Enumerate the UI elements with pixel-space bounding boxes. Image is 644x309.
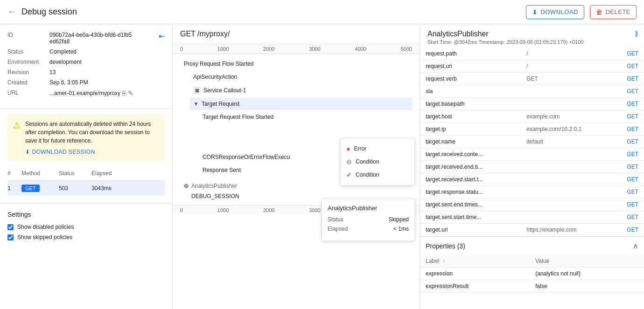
error-icon: ● bbox=[346, 145, 350, 152]
show-skipped-row: Show skipped policies bbox=[7, 234, 165, 240]
right-header: AnalyticsPublisher Start Time: @3042ms T… bbox=[420, 24, 644, 48]
header-actions: ⬇ DOWNLOAD 🗑 DELETE bbox=[526, 5, 637, 19]
analytics-card-title: AnalyticsPublisher bbox=[328, 205, 409, 212]
property-row[interactable]: expression (analytics not null) bbox=[420, 268, 644, 280]
col-elapsed-header: Elapsed bbox=[91, 170, 165, 177]
ruler-marks-top: 0 1000 2000 3000 4000 5000 bbox=[180, 46, 412, 52]
back-icon[interactable]: ← bbox=[7, 7, 16, 17]
error-label: Error bbox=[354, 145, 366, 152]
flow-item-api-security[interactable]: ApiSecurityAction bbox=[189, 71, 412, 83]
variable-row[interactable]: request.verb GET GET bbox=[420, 73, 644, 85]
collapse-icon[interactable]: ⇤ bbox=[159, 32, 165, 41]
analytics-elapsed-row: Elapsed < 1ms bbox=[328, 226, 409, 232]
edit-icon[interactable]: ✎ bbox=[128, 89, 133, 97]
show-skipped-label: Show skipped policies bbox=[17, 234, 72, 240]
properties-table: Label ↑ Value expression (analytics not … bbox=[420, 255, 644, 293]
id-row: ID 090b72a4-be0a-430b-bfd6-d1fb5ed62fa8 … bbox=[7, 32, 165, 45]
popup-condition-minus[interactable]: ⊖ Condition bbox=[341, 155, 414, 168]
created-value: Sep 6, 3:05 PM bbox=[49, 79, 88, 86]
flow-header: GET /myproxy/ bbox=[173, 24, 420, 44]
variable-row[interactable]: target.ip example.com/10.2.0.1 GET bbox=[420, 123, 644, 136]
var-name: target.received.end.ti... bbox=[420, 161, 521, 173]
download-button[interactable]: ⬇ DOWNLOAD bbox=[526, 5, 584, 19]
variable-row[interactable]: target.sent.start.time... GET bbox=[420, 211, 644, 224]
id-value: 090b72a4-be0a-430b-bfd6-d1fb5ed62fa8 bbox=[49, 32, 133, 45]
created-row: Created Sep 6, 3:05 PM bbox=[7, 79, 165, 86]
show-skipped-checkbox[interactable] bbox=[7, 234, 14, 240]
variable-row[interactable]: sla GET bbox=[420, 85, 644, 98]
prop-value: (analytics not null) bbox=[530, 268, 644, 280]
table-row[interactable]: 1 GET 503 3043ms bbox=[7, 181, 165, 195]
flow-item-proxy-request[interactable]: Proxy Request Flow Started bbox=[180, 58, 412, 70]
table-header: # Method Status Elapsed bbox=[7, 166, 165, 181]
revision-row: Revision 13 bbox=[7, 69, 165, 76]
popup-condition-check[interactable]: ✔ Condition bbox=[341, 168, 414, 181]
popup-error[interactable]: ● Error bbox=[341, 142, 414, 155]
analytics-publisher-label: AnalyticsPublisher bbox=[191, 183, 237, 189]
variable-row[interactable]: target.host example.com GET bbox=[420, 110, 644, 123]
var-name: request.uri bbox=[420, 60, 521, 73]
show-disabled-checkbox[interactable] bbox=[7, 224, 14, 230]
property-row[interactable]: expressionResult false bbox=[420, 280, 644, 293]
url-row: URL ...amer-01.example/myproxy ⎘ ✎ bbox=[7, 89, 165, 97]
download-session-link[interactable]: ⬇ DOWNLOAD SESSION bbox=[25, 149, 159, 155]
flow-popup: ● Error ⊖ Condition ✔ Condition bbox=[340, 138, 415, 185]
flow-item-target-request[interactable]: ▼ Target Request bbox=[189, 98, 412, 110]
revision-value: 13 bbox=[49, 69, 56, 76]
flow-item-target-request-flow[interactable]: Target Request Flow Started bbox=[199, 111, 412, 123]
var-name: request.path bbox=[420, 48, 521, 60]
variable-row[interactable]: target.response.statu... GET bbox=[420, 186, 644, 199]
var-name: target.ip bbox=[420, 123, 521, 136]
variable-row[interactable]: request.path / GET bbox=[420, 48, 644, 60]
env-value: development bbox=[49, 59, 82, 65]
sort-icon[interactable]: ↑ bbox=[443, 259, 445, 264]
analytics-status-value: Skipped bbox=[389, 216, 409, 223]
var-value bbox=[521, 173, 588, 186]
mark-4000: 4000 bbox=[355, 46, 366, 52]
properties-header[interactable]: Properties (3) ∧ bbox=[420, 237, 644, 255]
var-value bbox=[521, 161, 588, 173]
settings-section: Settings Show disabled policies Show ski… bbox=[0, 203, 172, 252]
variable-row[interactable]: target.name default GET bbox=[420, 136, 644, 148]
value-col-header: Value bbox=[530, 255, 644, 268]
delete-button[interactable]: 🗑 DELETE bbox=[590, 5, 637, 19]
flow-container[interactable]: 0 1000 2000 3000 4000 5000 Proxy Request… bbox=[173, 44, 420, 307]
env-label: Environment bbox=[7, 59, 49, 65]
variable-row[interactable]: target.url https://example.com GET bbox=[420, 224, 644, 236]
header: ← Debug session ⬇ DOWNLOAD 🗑 DELETE bbox=[0, 0, 644, 24]
target-request-chevron: ▼ bbox=[193, 101, 199, 107]
copy-icon[interactable]: ⎘ bbox=[122, 89, 126, 97]
mark-1000: 1000 bbox=[217, 46, 229, 52]
status-value: Completed bbox=[49, 48, 77, 55]
variable-row[interactable]: target.received.start.t... GET bbox=[420, 173, 644, 186]
var-name: sla bbox=[420, 85, 521, 98]
variable-row[interactable]: target.received.end.ti... GET bbox=[420, 161, 644, 173]
variable-row[interactable]: target.sent.end.times... GET bbox=[420, 199, 644, 211]
analytics-elapsed-label: Elapsed bbox=[328, 226, 348, 232]
var-method: GET bbox=[588, 123, 644, 136]
var-name: target.url bbox=[420, 224, 521, 236]
right-panel-subtitle: Start Time: @3042ms Timestamp: 2023-09-0… bbox=[427, 39, 637, 45]
var-value: GET bbox=[521, 73, 588, 85]
flow-item-service-callout[interactable]: ▦ Service Callout-1 bbox=[189, 84, 412, 97]
var-method: GET bbox=[588, 98, 644, 110]
condition-check-icon: ✔ bbox=[346, 171, 352, 179]
analytics-card: AnalyticsPublisher Status Skipped Elapse… bbox=[322, 199, 415, 241]
variable-row[interactable]: request.uri / GET bbox=[420, 60, 644, 73]
warning-icon: ⚠ bbox=[13, 120, 21, 130]
variable-row[interactable]: target.received.conte... GET bbox=[420, 148, 644, 161]
service-callout-label: Service Callout-1 bbox=[203, 87, 246, 94]
expand-icon[interactable]: ⟫ bbox=[635, 30, 638, 37]
debug-session-label: DEBUG_SESSION bbox=[191, 193, 239, 199]
var-method: GET bbox=[588, 173, 644, 186]
cors-label: CORSResponseOrErrorFlowExecu bbox=[203, 154, 290, 160]
col-status-header: Status bbox=[59, 170, 91, 177]
id-label: ID bbox=[7, 32, 49, 38]
right-panel: AnalyticsPublisher Start Time: @3042ms T… bbox=[420, 24, 644, 309]
row-status: 503 bbox=[59, 185, 91, 192]
var-name: request.verb bbox=[420, 73, 521, 85]
variable-row[interactable]: target.basepath GET bbox=[420, 98, 644, 110]
environment-row: Environment development bbox=[7, 59, 165, 65]
settings-title: Settings bbox=[7, 211, 165, 218]
var-value bbox=[521, 85, 588, 98]
